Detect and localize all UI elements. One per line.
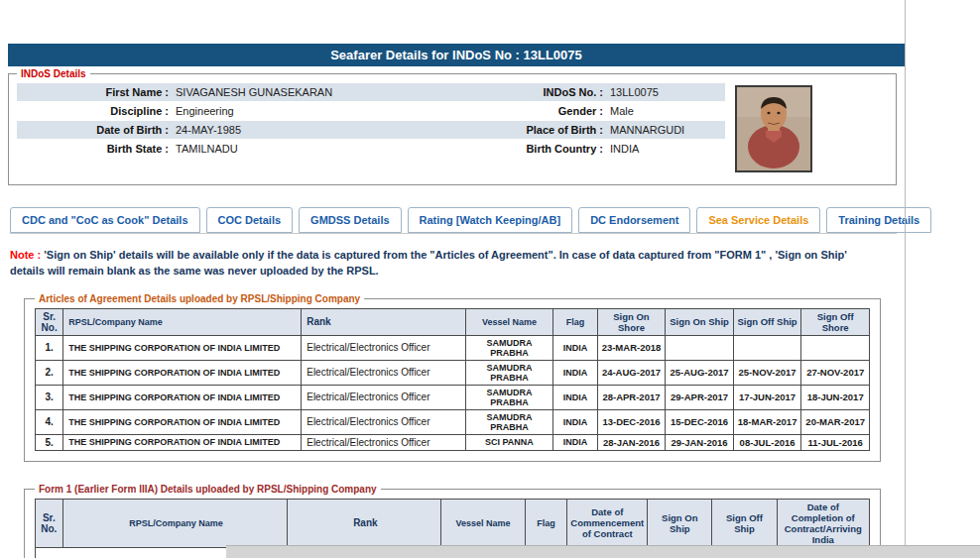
sign-off-shore-cell: 18-JUN-2017 [801, 385, 870, 409]
col-vessel: Vessel Name [465, 308, 553, 335]
sign-off-shore-cell: 27-NOV-2017 [801, 360, 870, 385]
note-text: 'Sign on Ship' details will be available… [10, 249, 847, 277]
indos-row-discipline: Discipline : Engineering Gender : Male [17, 102, 725, 120]
sign-on-ship-cell: 29-APR-2017 [666, 385, 734, 409]
flag-cell: INDIA [553, 385, 597, 409]
flag-cell: INDIA [553, 335, 597, 360]
sign-on-ship-cell: 25-AUG-2017 [666, 360, 734, 385]
indos-details-panel: INDoS Details First Name : SIVAGANESH GU… [8, 68, 897, 185]
form1-legend: Form 1 (Earlier Form IIIA) Details uploa… [35, 484, 381, 495]
rank-cell: Electrical/Electronics Officer [302, 409, 465, 434]
sign-on-ship-cell [666, 335, 734, 360]
birth-state-value: TAMILNADU [174, 140, 459, 158]
sign-off-shore-cell: 20-MAR-2017 [801, 409, 870, 434]
tab-dc-endorsement[interactable]: DC Endorsement [578, 207, 690, 233]
sign-on-ship-note: Note : 'Sign on Ship' details will be av… [10, 248, 871, 279]
frame-divider [905, 0, 906, 558]
place-of-birth-value: MANNARGUDI [608, 121, 725, 139]
col-sign-off-ship: Sign Off Ship [712, 499, 777, 547]
sign-on-ship-cell: 15-DEC-2016 [666, 409, 734, 434]
table-row: 5. THE SHIPPING CORPORATION OF INDIA LIM… [36, 434, 870, 450]
sr-no-cell: 1. [36, 335, 63, 360]
indos-no-label: INDoS No. : [459, 83, 608, 101]
dob-value: 24-MAY-1985 [174, 121, 459, 139]
col-sign-off-shore: Sign Off Shore [801, 308, 870, 335]
articles-header-row: Sr. No. RPSL/Company Name Rank Vessel Na… [36, 308, 870, 335]
form1-header-row: Sr. No. RPSL/Company Name Rank Vessel Na… [36, 499, 870, 547]
company-cell: THE SHIPPING CORPORATION OF INDIA LIMITE… [63, 335, 302, 360]
col-date-completion: Date of Completion of Contract/Arriving … [777, 499, 869, 547]
vessel-cell: SAMUDRA PRABHA [465, 335, 553, 360]
indos-fields: First Name : SIVAGANESH GUNASEKARAN INDo… [17, 83, 725, 159]
vessel-cell: SAMUDRA PRABHA [465, 360, 553, 385]
seafarer-details-page: Seafarer Details for INDoS No : 13LL0075… [0, 0, 905, 558]
col-vessel: Vessel Name [441, 499, 525, 547]
tab-gmdss-details[interactable]: GMDSS Details [299, 207, 401, 233]
col-rank: Rank [302, 308, 465, 335]
discipline-value: Engineering [174, 102, 459, 120]
col-company: RPSL/Company Name [62, 499, 288, 547]
birth-country-value: INDIA [608, 140, 725, 158]
note-prefix: Note : [10, 249, 41, 261]
company-cell: THE SHIPPING CORPORATION OF INDIA LIMITE… [63, 409, 302, 434]
gender-value: Male [608, 102, 725, 120]
company-cell: THE SHIPPING CORPORATION OF INDIA LIMITE… [63, 360, 302, 385]
tab-training-details[interactable]: Training Details [826, 207, 931, 233]
gender-label: Gender : [459, 102, 608, 120]
first-name-value: SIVAGANESH GUNASEKARAN [174, 83, 459, 101]
col-sign-on-ship: Sign On Ship [666, 308, 734, 335]
tab-cdc-coc-as-cook-details[interactable]: CDC and "CoC as Cook" Details [10, 207, 200, 233]
sign-off-ship-cell: 17-JUN-2017 [733, 385, 801, 409]
col-sr-no: Sr. No. [36, 308, 63, 335]
birth-country-label: Birth Country : [459, 140, 608, 158]
table-row: 2. THE SHIPPING CORPORATION OF INDIA LIM… [36, 360, 870, 385]
sign-off-ship-cell [733, 335, 801, 360]
col-sign-on-ship: Sign On Ship [648, 499, 712, 547]
company-cell: THE SHIPPING CORPORATION OF INDIA LIMITE… [63, 385, 302, 409]
sr-no-cell: 5. [36, 434, 63, 450]
col-date-commencement: Date of Commencement of Contract [567, 499, 648, 547]
vessel-cell: SAMUDRA PRABHA [465, 385, 553, 409]
table-row: 1. THE SHIPPING CORPORATION OF INDIA LIM… [36, 335, 870, 360]
col-flag: Flag [525, 499, 567, 547]
rank-cell: Electrical/Electronics Officer [302, 434, 465, 450]
first-name-label: First Name : [17, 83, 174, 101]
sign-off-ship-cell: 25-NOV-2017 [733, 360, 801, 385]
sign-on-shore-cell: 28-JAN-2016 [597, 434, 666, 450]
sign-on-shore-cell: 13-DEC-2016 [597, 409, 666, 434]
seafarer-photo [735, 85, 812, 172]
table-row: 4. THE SHIPPING CORPORATION OF INDIA LIM… [36, 409, 870, 434]
sign-off-shore-cell: 11-JUL-2016 [801, 434, 870, 450]
indos-row-dob: Date of Birth : 24-MAY-1985 Place of Bir… [17, 121, 725, 139]
col-company: RPSL/Company Name [63, 308, 302, 335]
flag-cell: INDIA [553, 409, 597, 434]
sign-on-ship-cell: 29-JAN-2016 [666, 434, 734, 450]
tab-sea-service-details[interactable]: Sea Service Details [696, 207, 820, 233]
horizontal-scrollbar[interactable] [226, 545, 980, 558]
col-rank: Rank [288, 499, 441, 547]
rank-cell: Electrical/Electronics Officer [302, 335, 465, 360]
vessel-cell: SAMUDRA PRABHA [465, 409, 553, 434]
col-flag: Flag [553, 308, 597, 335]
col-sign-off-ship: Sign Off Ship [733, 308, 801, 335]
discipline-label: Discipline : [17, 102, 174, 120]
tab-rating-watch-keeping-ab[interactable]: Rating [Watch Keeping/AB] [408, 207, 573, 233]
flag-cell: INDIA [553, 434, 597, 450]
rank-cell: Electrical/Electronics Officer [302, 385, 465, 409]
place-of-birth-label: Place of Birth : [459, 121, 608, 139]
indos-details-legend: INDoS Details [17, 68, 90, 79]
sign-off-shore-cell [801, 335, 870, 360]
sign-on-shore-cell: 28-APR-2017 [597, 385, 666, 409]
sign-off-ship-cell: 08-JUL-2016 [733, 434, 801, 450]
sign-off-ship-cell: 18-MAR-2017 [733, 409, 801, 434]
sr-no-cell: 2. [36, 360, 63, 385]
vessel-cell: SCI PANNA [465, 434, 553, 450]
page-title: Seafarer Details for INDoS No : 13LL0075 [8, 44, 905, 66]
indos-row-birthstate: Birth State : TAMILNADU Birth Country : … [17, 140, 725, 158]
flag-cell: INDIA [553, 360, 597, 385]
articles-legend: Articles of Agreement Details uploaded b… [35, 293, 364, 304]
tab-coc-details[interactable]: COC Details [206, 207, 294, 233]
indos-row-firstname: First Name : SIVAGANESH GUNASEKARAN INDo… [17, 83, 725, 101]
sr-no-cell: 3. [36, 385, 63, 409]
dob-label: Date of Birth : [17, 121, 174, 139]
